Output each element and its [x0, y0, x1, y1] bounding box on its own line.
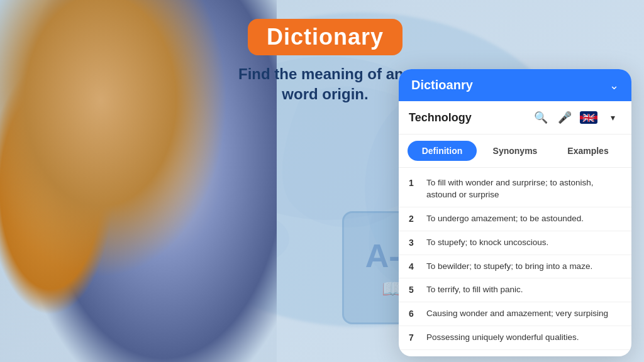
def-text-4: To bewilder; to stupefy; to bring into a… [426, 261, 592, 273]
card-header: Dictioanry ⌄ [399, 69, 631, 101]
tabs-row: Definition Synonyms Examples [399, 134, 631, 168]
headline-line1: Find the meaning of any [238, 65, 412, 82]
search-icon[interactable]: 🔍 [532, 109, 550, 126]
def-num-4: 4 [409, 261, 418, 272]
definitions-list: 1 To fill with wonder and surprirse; to … [399, 168, 631, 356]
tab-definition[interactable]: Definition [408, 141, 477, 161]
def-num-2: 2 [409, 214, 418, 224]
def-text-7: Possessing uniquely wonderful qualities. [426, 332, 579, 344]
def-text-2: To undergo amazement; to be astounded. [426, 213, 584, 225]
def-num-5: 5 [409, 285, 418, 295]
def-text-6: Causing wonder and amazement; very surpi… [426, 308, 608, 320]
definition-row-6: 6 Causing wonder and amazement; very sur… [399, 302, 631, 326]
definition-row-1: 1 To fill with wonder and surprirse; to … [399, 172, 631, 207]
card-header-title: Dictioanry [411, 78, 473, 92]
search-word[interactable]: Technology [409, 111, 526, 124]
definition-row-5: 5 To terrify, to fill with panic. [399, 278, 631, 302]
def-num-1: 1 [409, 178, 418, 188]
headline-line2: word origin. [282, 85, 368, 102]
def-num-6: 6 [409, 309, 418, 319]
tab-synonyms[interactable]: Synonyms [480, 141, 550, 161]
def-num-3: 3 [409, 238, 418, 248]
definition-row-7: 7 Possessing uniquely wonderful qualitie… [399, 326, 631, 350]
tab-examples[interactable]: Examples [553, 141, 623, 161]
def-text-3: To stupefy; to knock uncoscious. [426, 237, 548, 249]
mic-icon[interactable]: 🎤 [556, 109, 574, 126]
def-text-5: To terrify, to fill with panic. [426, 284, 523, 296]
language-flag-icon[interactable]: 🇬🇧 [580, 111, 597, 124]
dictionary-card: Dictioanry ⌄ Technology 🔍 🎤 🇬🇧 ▾ Definit… [399, 69, 631, 356]
definition-row-4: 4 To bewilder; to stupefy; to bring into… [399, 255, 631, 279]
definition-row-2: 2 To undergo amazement; to be astounded. [399, 207, 631, 231]
search-row: Technology 🔍 🎤 🇬🇧 ▾ [399, 101, 631, 134]
def-num-7: 7 [409, 332, 418, 343]
dictionary-badge: Dictionary [248, 19, 402, 55]
language-dropdown-icon[interactable]: ▾ [604, 109, 621, 126]
definition-row-8: 8 Very Good [399, 350, 631, 356]
def-text-8: Very Good [426, 356, 467, 356]
header-chevron-icon[interactable]: ⌄ [609, 79, 619, 92]
def-text-1: To fill with wonder and surprirse; to as… [426, 177, 621, 201]
search-icons: 🔍 🎤 🇬🇧 ▾ [532, 109, 621, 126]
definition-row-3: 3 To stupefy; to knock uncoscious. [399, 231, 631, 255]
